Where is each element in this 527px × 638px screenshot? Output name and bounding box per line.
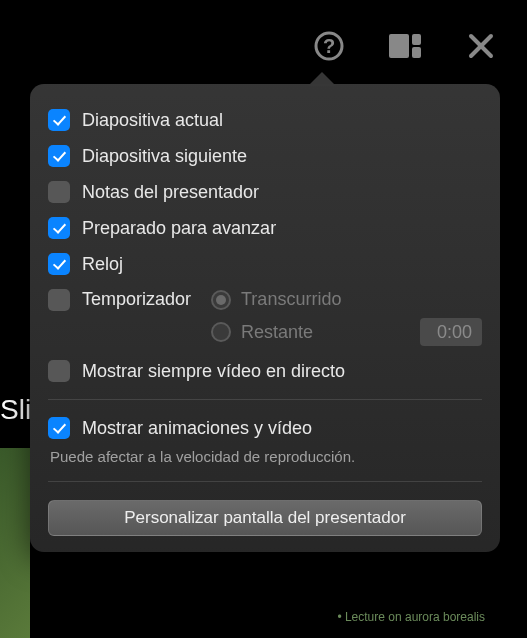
label-show-animations: Mostrar animaciones y vídeo	[82, 418, 312, 439]
radio-remaining[interactable]	[211, 322, 231, 342]
option-current-slide: Diapositiva actual	[48, 102, 482, 138]
presenter-display-popover: Diapositiva actual Diapositiva siguiente…	[30, 84, 500, 552]
background-slide-text: Sli	[0, 394, 31, 426]
label-timer: Temporizador	[82, 289, 191, 310]
presenter-toolbar: ?	[313, 30, 497, 62]
customize-presenter-button[interactable]: Personalizar pantalla del presentador	[48, 500, 482, 536]
background-slide-thumbnail	[0, 448, 30, 638]
checkbox-next-slide[interactable]	[48, 145, 70, 167]
layout-icon[interactable]	[389, 30, 421, 62]
label-elapsed: Transcurrido	[241, 289, 341, 310]
animations-hint: Puede afectar a la velocidad de reproduc…	[48, 446, 482, 471]
svg-rect-4	[412, 47, 421, 58]
svg-text:?: ?	[323, 35, 335, 57]
option-ready-advance: Preparado para avanzar	[48, 210, 482, 246]
svg-rect-2	[389, 34, 409, 58]
label-next-slide: Diapositiva siguiente	[82, 146, 247, 167]
label-current-slide: Diapositiva actual	[82, 110, 223, 131]
option-clock: Reloj	[48, 246, 482, 282]
label-always-live-video: Mostrar siempre vídeo en directo	[82, 361, 345, 382]
label-presenter-notes: Notas del presentador	[82, 182, 259, 203]
checkbox-current-slide[interactable]	[48, 109, 70, 131]
svg-rect-3	[412, 34, 421, 45]
label-ready-advance: Preparado para avanzar	[82, 218, 276, 239]
checkbox-show-animations[interactable]	[48, 417, 70, 439]
checkbox-timer[interactable]	[48, 289, 70, 311]
footer-slide-caption: • Lecture on aurora borealis	[337, 610, 485, 624]
divider	[48, 399, 482, 400]
help-icon[interactable]: ?	[313, 30, 345, 62]
option-next-slide: Diapositiva siguiente	[48, 138, 482, 174]
timer-mode-group: Transcurrido Restante 0:00	[211, 289, 482, 346]
close-icon[interactable]	[465, 30, 497, 62]
radio-row-elapsed: Transcurrido	[211, 289, 482, 310]
option-always-live-video: Mostrar siempre vídeo en directo	[48, 353, 482, 389]
timer-time-field[interactable]: 0:00	[420, 318, 482, 346]
label-remaining: Restante	[241, 322, 313, 343]
divider-2	[48, 481, 482, 482]
radio-elapsed[interactable]	[211, 290, 231, 310]
checkbox-presenter-notes[interactable]	[48, 181, 70, 203]
radio-row-remaining: Restante	[211, 322, 313, 343]
popover-arrow	[308, 72, 336, 86]
checkbox-clock[interactable]	[48, 253, 70, 275]
checkbox-ready-advance[interactable]	[48, 217, 70, 239]
option-presenter-notes: Notas del presentador	[48, 174, 482, 210]
option-timer: Temporizador Transcurrido Restante 0:00	[48, 282, 482, 353]
option-show-animations: Mostrar animaciones y vídeo	[48, 410, 482, 446]
label-clock: Reloj	[82, 254, 123, 275]
checkbox-always-live-video[interactable]	[48, 360, 70, 382]
